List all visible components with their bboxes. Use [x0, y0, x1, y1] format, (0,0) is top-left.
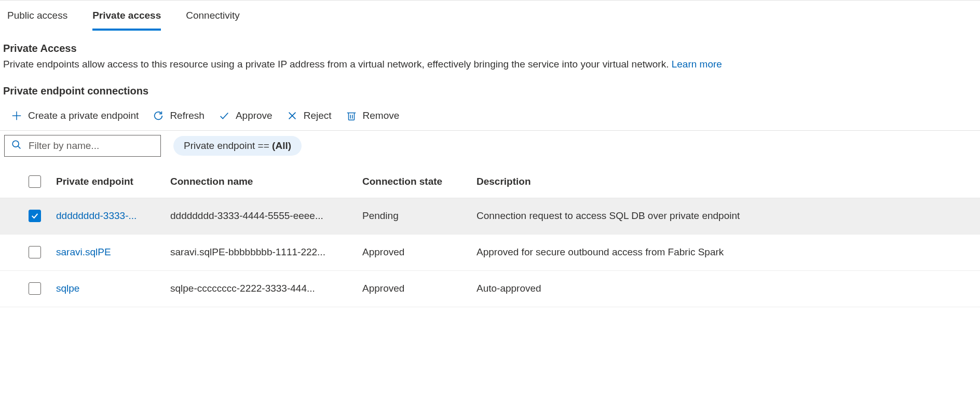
tab-private-access[interactable]: Private access — [92, 10, 161, 31]
select-all-checkbox[interactable] — [29, 175, 41, 188]
toolbar: Create a private endpoint Refresh Approv… — [0, 104, 980, 131]
section-description-text: Private endpoints allow access to this r… — [3, 59, 672, 70]
x-icon — [286, 109, 298, 122]
refresh-button[interactable]: Refresh — [151, 107, 206, 124]
filter-row: Private endpoint == (All) — [0, 131, 980, 166]
th-connection-name[interactable]: Connection name — [170, 176, 362, 187]
table-header: Private endpoint Connection name Connect… — [0, 166, 980, 198]
row-checkbox[interactable] — [29, 210, 41, 222]
endpoint-link[interactable]: saravi.sqlPE — [56, 246, 170, 258]
connection-name-cell: sqlpe-cccccccc-2222-3333-444... — [170, 283, 362, 294]
check-icon — [218, 109, 230, 122]
section-title: Private Access — [3, 43, 980, 54]
filter-pill-value: (All) — [272, 140, 291, 151]
trash-icon — [345, 109, 358, 122]
plus-icon — [10, 109, 23, 122]
learn-more-link[interactable]: Learn more — [672, 59, 722, 70]
description-cell: Connection request to access SQL DB over… — [477, 210, 976, 222]
connection-state-cell: Approved — [362, 246, 477, 258]
tab-connectivity[interactable]: Connectivity — [186, 10, 240, 31]
svg-line-7 — [18, 146, 21, 148]
filter-search-box[interactable] — [4, 135, 161, 157]
tab-bar: Public access Private access Connectivit… — [0, 1, 980, 31]
connection-state-cell: Pending — [362, 210, 477, 222]
table-row[interactable]: sqlpe sqlpe-cccccccc-2222-3333-444... Ap… — [0, 271, 980, 307]
endpoint-table: Private endpoint Connection name Connect… — [0, 166, 980, 307]
refresh-label: Refresh — [170, 110, 205, 121]
th-connection-state[interactable]: Connection state — [362, 176, 477, 187]
svg-point-6 — [12, 141, 19, 147]
create-private-endpoint-button[interactable]: Create a private endpoint — [9, 107, 140, 124]
row-checkbox[interactable] — [29, 246, 41, 258]
th-endpoint[interactable]: Private endpoint — [56, 176, 170, 187]
description-cell: Approved for secure outbound access from… — [477, 246, 976, 258]
remove-button[interactable]: Remove — [344, 107, 401, 124]
subsection-title: Private endpoint connections — [0, 85, 980, 97]
filter-pill-prefix: Private endpoint == — [184, 140, 272, 151]
section-description: Private endpoints allow access to this r… — [3, 58, 980, 72]
tab-public-access[interactable]: Public access — [7, 10, 67, 31]
table-row[interactable]: saravi.sqlPE saravi.sqlPE-bbbbbbbb-1111-… — [0, 235, 980, 271]
filter-pill[interactable]: Private endpoint == (All) — [173, 136, 302, 156]
reject-label: Reject — [304, 110, 332, 121]
create-label: Create a private endpoint — [28, 110, 139, 121]
search-icon — [11, 139, 22, 153]
row-checkbox[interactable] — [29, 282, 41, 295]
remove-label: Remove — [363, 110, 400, 121]
reject-button[interactable]: Reject — [285, 107, 333, 124]
table-row[interactable]: dddddddd-3333-... dddddddd-3333-4444-555… — [0, 198, 980, 235]
th-description[interactable]: Description — [477, 176, 976, 187]
refresh-icon — [152, 109, 165, 122]
approve-button[interactable]: Approve — [217, 107, 274, 124]
endpoint-link[interactable]: dddddddd-3333-... — [56, 210, 170, 222]
connection-name-cell: dddddddd-3333-4444-5555-eeee... — [170, 210, 362, 222]
approve-label: Approve — [236, 110, 273, 121]
filter-input[interactable] — [29, 140, 154, 152]
endpoint-link[interactable]: sqlpe — [56, 283, 170, 294]
description-cell: Auto-approved — [477, 283, 976, 294]
connection-name-cell: saravi.sqlPE-bbbbbbbb-1111-222... — [170, 246, 362, 258]
connection-state-cell: Approved — [362, 283, 477, 294]
